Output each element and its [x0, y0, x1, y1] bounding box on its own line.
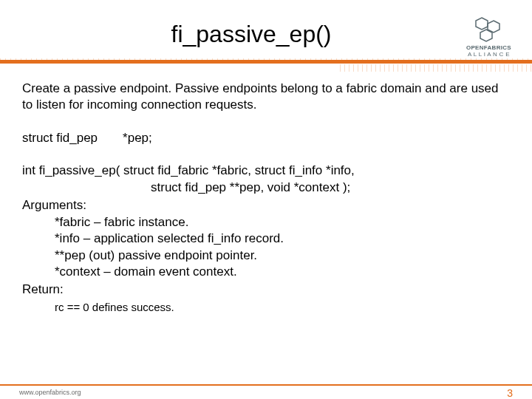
return-text: rc == 0 defines success.	[22, 300, 510, 315]
footer: www.openfabrics.org 3	[0, 384, 532, 399]
signature-line2: struct fid_pep **pep, void *context );	[22, 180, 510, 196]
logo-text: OPENFABRICS A L L I A N C E	[466, 44, 511, 58]
content: Create a passive endpoint. Passive endpo…	[0, 72, 532, 315]
argument-item: *fabric – fabric instance.	[55, 214, 510, 231]
page-title: fi_passive_ep()	[0, 0, 532, 58]
svg-marker-0	[476, 18, 488, 30]
argument-item: *info – application selected fi_info rec…	[55, 231, 510, 247]
return-heading: Return:	[22, 282, 510, 298]
arguments-list: *fabric – fabric instance. *info – appli…	[22, 214, 510, 281]
declaration: struct fid_pep *pep;	[22, 130, 510, 146]
argument-item: **pep (out) passive endpoint pointer.	[55, 248, 510, 264]
logo: OPENFABRICS A L L I A N C E	[466, 16, 511, 58]
description: Create a passive endpoint. Passive endpo…	[22, 81, 510, 114]
logo-line2: A L L I A N C E	[468, 51, 510, 58]
slide: OPENFABRICS A L L I A N C E fi_passive_e…	[0, 0, 532, 399]
footer-url: www.openfabrics.org	[0, 386, 532, 396]
page-number: 3	[507, 387, 513, 399]
arguments-heading: Arguments:	[22, 197, 510, 214]
openfabrics-logo-icon	[471, 16, 505, 43]
argument-item: *context – domain event context.	[55, 264, 510, 280]
divider	[0, 58, 532, 72]
svg-marker-2	[480, 30, 492, 41]
logo-line1: OPENFABRICS	[466, 44, 511, 51]
signature-line1: int fi_passive_ep( struct fid_fabric *fa…	[22, 163, 510, 179]
